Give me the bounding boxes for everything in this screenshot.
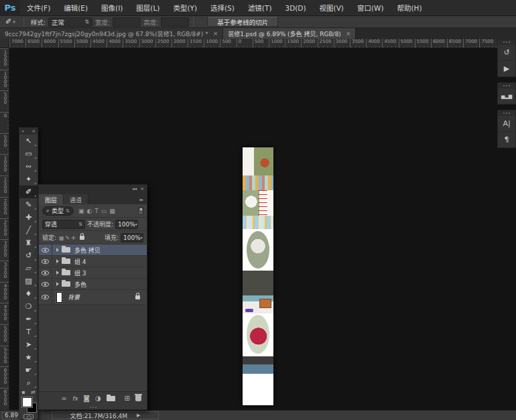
actions-panel-icon[interactable]: ▶: [498, 60, 515, 76]
visibility-toggle[interactable]: [39, 290, 52, 304]
tab-channels[interactable]: 通道: [64, 194, 88, 204]
hand-tool[interactable]: ☛: [19, 364, 38, 376]
filter-smart-objects-icon[interactable]: ▩: [109, 208, 115, 214]
history-brush-tool[interactable]: ↺: [19, 249, 38, 262]
lock-position-icon[interactable]: ✛: [71, 235, 76, 241]
history-panel-icon[interactable]: ↺: [498, 44, 515, 60]
lasso-tool[interactable]: ∾: [19, 160, 38, 173]
filter-toggle-switch[interactable]: [138, 207, 143, 215]
layer-style-icon[interactable]: fx: [72, 395, 78, 402]
quick-mask-icon[interactable]: [23, 414, 34, 419]
layer-row[interactable]: 多色: [39, 279, 147, 290]
slice-tool[interactable]: ✐: [19, 186, 38, 198]
filter-adjustment-layers-icon[interactable]: ◐: [86, 208, 92, 214]
menu-item[interactable]: 选择(S): [204, 0, 241, 16]
character-panel-icon[interactable]: A|: [498, 115, 515, 131]
close-panel-icon[interactable]: ×: [140, 186, 144, 192]
collapse-panel-icon[interactable]: »: [21, 129, 24, 134]
histogram-panel-icon[interactable]: ▅▂▆: [498, 88, 515, 104]
clone-stamp-tool[interactable]: ♜: [19, 236, 38, 249]
new-group-icon[interactable]: [107, 396, 115, 401]
brush-tool[interactable]: ╱: [19, 224, 38, 236]
menu-item[interactable]: 编辑(E): [57, 0, 94, 16]
menu-item[interactable]: 滤镜(T): [241, 0, 279, 16]
type-tool[interactable]: T: [19, 326, 38, 338]
path-selection-tool[interactable]: ➤: [19, 338, 38, 351]
magic-wand-tool[interactable]: ✦: [19, 173, 38, 186]
expand-arrow-icon[interactable]: [56, 259, 59, 263]
collapse-panel-icon[interactable]: ◂◂: [132, 186, 137, 192]
document-tab[interactable]: 9ccc7942gy1ftf7jn7zgsj20gy0n943d.jpg @ 6…: [0, 28, 223, 39]
fill-field[interactable]: 100% ▾: [121, 233, 143, 242]
layer-filter-select[interactable]: ⌕ 类型 ⇅: [42, 206, 74, 216]
panel-menu-icon[interactable]: ≡: [139, 197, 147, 204]
pen-tool[interactable]: ✒: [19, 313, 38, 326]
menu-item[interactable]: 图层(L): [129, 0, 166, 16]
background-layer-row[interactable]: 背景: [39, 290, 147, 305]
adjustment-layer-icon[interactable]: ◑: [95, 395, 101, 402]
healing-brush-tool[interactable]: ✚: [19, 211, 38, 224]
default-colors-icon[interactable]: ▪: [21, 389, 25, 395]
delete-layer-icon[interactable]: [135, 395, 141, 401]
menu-item[interactable]: 窗口(W): [350, 0, 391, 16]
new-layer-icon[interactable]: ⊞: [125, 395, 130, 402]
custom-shape-tool[interactable]: ★: [19, 351, 38, 364]
lock-paint-icon[interactable]: ✎: [66, 235, 70, 241]
slices-from-guides-button[interactable]: 基于参考线的切片: [207, 17, 278, 27]
close-panel-icon[interactable]: ×: [31, 129, 36, 134]
eraser-tool[interactable]: ▱: [19, 262, 38, 275]
swap-colors-icon[interactable]: ⇄: [31, 389, 36, 395]
expand-arrow-icon[interactable]: [56, 271, 59, 275]
menu-item[interactable]: 视图(V): [313, 0, 350, 16]
document-size-field[interactable]: 文档:21.7M/316.4M ▶: [52, 411, 159, 419]
status-menu-arrow-icon[interactable]: ▶: [137, 413, 140, 418]
foreground-color-swatch[interactable]: [22, 397, 32, 407]
visibility-toggle[interactable]: [39, 267, 52, 278]
style-select[interactable]: 正常 ⇅: [48, 17, 92, 27]
layer-row[interactable]: 组 3: [39, 267, 147, 279]
lock-all-icon[interactable]: [80, 236, 84, 240]
menu-item[interactable]: 3D(D): [278, 0, 312, 16]
zoom-tool[interactable]: ⌕: [19, 376, 38, 389]
layer-mask-icon[interactable]: ◙: [83, 395, 90, 402]
slice-tool-icon[interactable]: ✐: [5, 17, 11, 26]
close-tab-icon[interactable]: ×: [346, 30, 351, 37]
document-canvas[interactable]: [243, 147, 273, 405]
tab-layers[interactable]: 图层: [39, 194, 64, 204]
paragraph-panel-icon[interactable]: ¶: [498, 131, 515, 147]
opacity-field[interactable]: 100% ▾: [115, 220, 138, 229]
height-input[interactable]: [161, 17, 189, 27]
layer-row[interactable]: 组 4: [39, 256, 147, 267]
drag-grip[interactable]: [498, 83, 515, 88]
filter-type-layers-icon[interactable]: T: [94, 208, 99, 214]
menu-item[interactable]: 图像(I): [94, 0, 129, 16]
expand-arrow-icon[interactable]: [56, 282, 59, 286]
lock-transparency-icon[interactable]: ▦: [59, 235, 64, 241]
filter-pixel-layers-icon[interactable]: ▣: [78, 208, 84, 214]
dock-group: A|¶: [497, 110, 516, 148]
visibility-toggle[interactable]: [39, 256, 52, 267]
width-input[interactable]: [113, 17, 141, 27]
blend-mode-select[interactable]: 穿透 ⇅: [42, 220, 85, 229]
gradient-tool[interactable]: ▨: [19, 275, 38, 287]
eyedropper-tool[interactable]: ✎: [19, 198, 38, 211]
layer-row[interactable]: 多色 拷贝: [39, 244, 147, 256]
drag-grip[interactable]: [498, 40, 515, 44]
menu-item[interactable]: 帮助(H): [391, 0, 429, 16]
dodge-tool[interactable]: ❍: [19, 300, 38, 313]
move-tool[interactable]: ↖: [19, 135, 38, 147]
link-layers-icon[interactable]: ∞: [61, 395, 66, 402]
drag-grip[interactable]: [498, 111, 515, 115]
blur-tool[interactable]: ♦: [19, 287, 38, 300]
expand-arrow-icon[interactable]: [56, 248, 59, 252]
visibility-toggle[interactable]: [39, 279, 52, 289]
panel-resize-grip[interactable]: [39, 405, 147, 409]
document-tab[interactable]: 装修1.psd @ 6.89% (多色 拷贝, RGB/8) ×: [223, 28, 356, 39]
filter-shape-layers-icon[interactable]: ▭: [101, 208, 107, 214]
close-tab-icon[interactable]: ×: [213, 30, 218, 37]
tool-preset-dropdown-icon[interactable]: ▾: [13, 19, 15, 25]
menu-item[interactable]: 文件(F): [20, 0, 57, 16]
menu-item[interactable]: 类型(Y): [166, 0, 204, 16]
marquee-tool[interactable]: ▭: [19, 147, 38, 160]
visibility-toggle[interactable]: [39, 244, 52, 255]
